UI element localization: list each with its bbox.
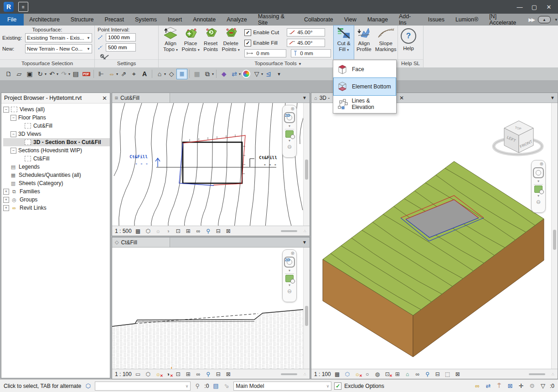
collapse-icon[interactable]: − (10, 115, 16, 121)
ribbon-collapse-button[interactable]: ▲ (538, 16, 551, 23)
tree-item-3d-section-box[interactable]: 3D - Section Box - Cut&Fil (3, 138, 110, 146)
reveal-hidden-icon[interactable]: ∞ (414, 371, 421, 377)
three-d-scale-button[interactable]: 1 : 100 (314, 371, 331, 377)
tab-annotate[interactable]: Annotate (187, 14, 221, 26)
schedules-icon[interactable]: ◆ (219, 69, 229, 79)
navbar-minimize-icon[interactable]: ⊖ (536, 199, 541, 205)
design-options-combo[interactable]: Main Model∨ (233, 382, 331, 391)
wheel-caret-icon[interactable]: ▾ (289, 124, 290, 128)
tree-item-cutfill-plan[interactable]: Cut&Fill (3, 122, 110, 130)
point-interval-minor-input[interactable] (106, 43, 136, 52)
tree-item-floor-plans[interactable]: −Floor Plans (3, 113, 110, 122)
tab-insert[interactable]: Insert (162, 14, 187, 26)
three-d-vertical-scrollbar[interactable] (551, 103, 558, 369)
resize-grip[interactable]: ∴ (552, 372, 555, 377)
project-browser-close-icon[interactable]: ✕ (102, 95, 107, 102)
reveal-constraints-icon[interactable]: ⊟ (215, 371, 222, 377)
align-profile-button[interactable]: Align Profile (354, 26, 374, 59)
zoom-caret-icon[interactable]: ▾ (289, 283, 290, 287)
reveal-constraints-icon[interactable]: ⊟ (215, 228, 222, 234)
close-inactive-windows-icon[interactable]: ▦ (192, 69, 202, 79)
steering-wheel-icon[interactable] (533, 167, 544, 178)
ribbon-collapse-caret-icon[interactable]: ▼ (554, 18, 558, 22)
temporary-hide-icon[interactable]: ⚲ (424, 371, 431, 377)
plan-view-tab[interactable]: ⧈ Cut&Fill (112, 93, 170, 103)
transfer-caret-icon[interactable]: ▾ (239, 72, 241, 76)
properties-window-icon[interactable]: ≡ (18, 2, 28, 12)
selection-filter-icon[interactable]: ▽ (539, 382, 547, 389)
shadows-icon[interactable]: ◑ (165, 228, 172, 234)
collapse-icon[interactable]: − (3, 107, 9, 113)
view-tab-menu-icon[interactable]: ▼ (302, 93, 307, 103)
transfer-standards-icon[interactable]: ⇄ (229, 69, 239, 79)
align-icon[interactable]: ⊴ (264, 69, 274, 79)
cut-offset-field[interactable]: 0 mm (244, 49, 286, 57)
section-view-canvas[interactable]: ⊗ 2D ▾ ▾ ⊖ (112, 248, 310, 369)
detail-level-icon[interactable]: ⬡ (145, 371, 152, 377)
workset-arrow-icon[interactable]: ⬂ (222, 382, 231, 389)
reveal-hidden-icon[interactable]: ∞ (195, 228, 202, 234)
print-icon[interactable]: ▤ (71, 69, 81, 79)
menu-item-face[interactable]: Face (334, 61, 396, 78)
section-view-tab[interactable]: ◇ Ct&Fill (112, 237, 170, 247)
navbar-close-icon[interactable]: ⊗ (291, 251, 294, 256)
status-help-cube-icon[interactable]: ⬡ (84, 382, 92, 389)
section-icon[interactable]: ◇ (166, 69, 176, 79)
filter-caret-icon[interactable]: ▾ (261, 72, 263, 76)
section-box-icon[interactable]: ⬚ (444, 371, 451, 377)
view-tab-menu-icon[interactable]: ▼ (550, 93, 555, 103)
expand-icon[interactable]: + (3, 189, 9, 195)
navbar-minimize-icon[interactable]: ⊖ (287, 144, 292, 150)
tab-add-ins[interactable]: Add-Ins (393, 14, 423, 26)
show-crop-region-icon[interactable]: ⊞ (394, 371, 401, 377)
unpin-element-icon[interactable]: ⊠ (506, 382, 514, 389)
plan-scale-button[interactable]: 1 : 500 (115, 228, 132, 234)
new-terrain-combo[interactable]: New Terrain - New Co...▼ (25, 44, 92, 53)
resize-grip[interactable]: ∴ (304, 372, 307, 377)
slope-markings-button[interactable]: Slope Markings (374, 26, 398, 59)
worksets-dialog-icon[interactable]: ▤ (212, 382, 220, 389)
section-tag-left[interactable]: Ct&Fill (129, 154, 148, 159)
section-scale-button[interactable]: 1 : 100 (115, 371, 132, 377)
reset-points-button[interactable]: Reset Points (201, 26, 221, 59)
tree-item-schedules[interactable]: ▦Schedules/Quantities (all) (3, 171, 110, 179)
editing-requests-icon[interactable]: ⇄ (484, 382, 492, 389)
steering-wheel-icon[interactable]: 2D (284, 257, 295, 268)
enable-cut-checkbox[interactable]: ✓ (244, 29, 251, 36)
existing-terrain-combo[interactable]: Exsisting Terrain - Exis...▼ (25, 33, 92, 42)
tab-n-accelerate[interactable]: [N] Accelerate (484, 14, 527, 26)
navbar-minimize-icon[interactable]: ⊖ (287, 288, 292, 294)
expand-icon[interactable]: + (3, 197, 9, 203)
tab-issues[interactable]: Issues (423, 14, 450, 26)
undo-icon[interactable]: ↶ (47, 69, 57, 79)
tree-item-revit-links[interactable]: +∞Revit Links (3, 204, 110, 212)
cut-and-fill-button[interactable]: Cut & Fill ▾ (334, 26, 354, 59)
switch-windows-caret-icon[interactable]: ▾ (212, 72, 214, 76)
show-crop-region-icon[interactable]: ⊞ (185, 228, 192, 234)
collapse-icon[interactable]: − (10, 131, 16, 137)
measure-pin-icon[interactable]: ⊩ (96, 69, 106, 79)
minimize-button[interactable]: — (513, 1, 526, 12)
maximize-button[interactable]: ▢ (528, 1, 541, 12)
point-interval-major-input[interactable] (106, 33, 136, 41)
open-file-icon[interactable]: ▱ (14, 69, 24, 79)
close-button[interactable]: ✕ (542, 1, 555, 12)
section-vertical-scrollbar[interactable] (303, 248, 310, 369)
wheel-caret-icon[interactable]: ▾ (537, 179, 539, 183)
exclude-options-checkbox[interactable]: ✓ (334, 382, 341, 390)
horizontal-scroll-thumb[interactable] (529, 373, 545, 375)
tab-collaborate[interactable]: Collaborate (299, 14, 339, 26)
tab-view[interactable]: View (339, 14, 362, 26)
view-close-icon[interactable]: ✕ (397, 93, 407, 103)
crop-view-icon[interactable]: ⊡✕ (384, 371, 391, 377)
navbar-close-icon[interactable]: ⊗ (540, 162, 543, 166)
measure-arrow-icon[interactable]: ⇗ (119, 69, 129, 79)
detail-level-icon[interactable]: ⬡ (145, 228, 152, 234)
tree-item-groups[interactable]: +◎Groups (3, 196, 110, 204)
delete-points-button[interactable]: Delete Points ▾ (221, 26, 241, 59)
lock-3d-icon[interactable]: ⊠ (225, 228, 232, 234)
shadows-icon[interactable]: ○ (364, 371, 371, 377)
recent-commands-combo[interactable]: ∨ (95, 382, 191, 391)
zoom-caret-icon[interactable]: ▾ (289, 139, 290, 143)
menu-item-lines-elevation[interactable]: Lines & Elevation (334, 95, 396, 113)
